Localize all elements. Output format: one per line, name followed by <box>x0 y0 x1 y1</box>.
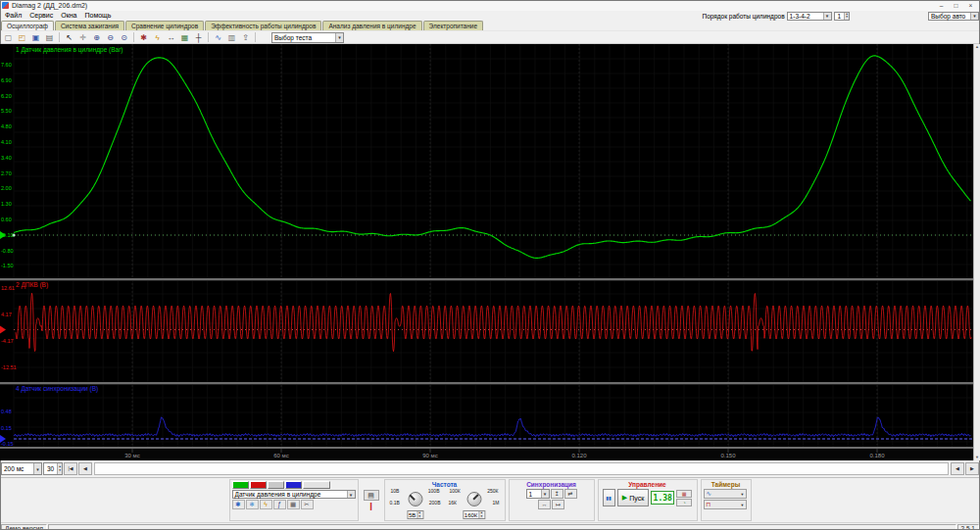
spinner-buttons[interactable]: ▴ ▾ <box>416 511 421 518</box>
time-label: 60 мс <box>273 453 288 458</box>
sample-rate-knob[interactable]: 100К 250К 16К 1М 160К ▴ ▾ <box>449 489 500 519</box>
sync-buttons-a: ↥⇄ <box>551 489 577 499</box>
go-prev-button[interactable]: ◀ <box>78 462 92 475</box>
export-icon[interactable]: ⇪ <box>239 31 252 43</box>
oscilloscope-area[interactable]: 30 мс60 мс90 мс0.1200.1500.1801 Датчик д… <box>0 44 980 460</box>
spinner-down-icon[interactable]: ▾ <box>845 16 849 20</box>
sample-rate-value[interactable]: 160К ▴ ▾ <box>463 510 485 519</box>
snowflake-icon[interactable]: ❄ <box>246 500 259 509</box>
save-icon[interactable]: ▣ <box>29 31 42 43</box>
spinner-down-icon[interactable]: ▾ <box>480 515 482 519</box>
cylinder-number-spinner[interactable]: 1 ▴ ▾ <box>834 12 850 21</box>
tab-pressure-analysis[interactable]: Анализ давления в цилиндре <box>322 21 421 30</box>
firing-order-select[interactable]: 1-3-4-2 ▾ <box>787 12 832 21</box>
spinner-down-icon[interactable]: ▾ <box>58 469 62 473</box>
zoom-in-icon[interactable]: ⊕ <box>90 31 103 43</box>
printer-icon[interactable]: ▤ <box>364 490 379 501</box>
spark-icon[interactable]: ϟ <box>260 500 272 509</box>
tab-cylinder-compare[interactable]: Сравнение цилиндров <box>125 21 204 30</box>
print-icon[interactable]: ▤ <box>43 31 56 43</box>
start-button[interactable]: ▶ Пуск <box>617 489 649 506</box>
sync-swap-button[interactable]: ⇄ <box>564 489 577 499</box>
channel-extra-button[interactable] <box>303 481 330 489</box>
cursor-icon[interactable]: ↖ <box>63 31 75 43</box>
firing-order-value: 1-3-4-2 <box>790 13 810 20</box>
channel-button-ch2[interactable] <box>250 481 267 489</box>
test-select[interactable]: Выбор теста ▾ <box>271 32 344 43</box>
horizontal-scrollbar-track[interactable] <box>94 462 949 475</box>
channel-button-ch3[interactable] <box>268 481 284 489</box>
voltage-range-knob[interactable]: 10В 100В 0.1В 200В 5В ▴ ▾ <box>390 489 441 519</box>
channel-title-ch1: 1 Датчик давления в цилиндре (Bar) <box>16 46 123 54</box>
channel-button-ch4[interactable] <box>285 481 302 489</box>
scope-vertical-scrollbar[interactable]: ▲ ▼ <box>973 44 980 460</box>
window-controls: – □ × <box>934 1 978 11</box>
output-section: ▤ ❙ <box>362 479 381 521</box>
probe-icon[interactable]: ✱ <box>232 500 245 509</box>
car-select-button[interactable]: Выбор авто ▾ <box>928 12 979 21</box>
wave-view-icon[interactable]: ∿ <box>212 31 224 43</box>
ruler-icon[interactable]: ↔ <box>165 31 177 43</box>
pan-hand-icon[interactable]: ✛ <box>76 31 89 43</box>
scroll-down-icon[interactable]: ▼ <box>975 455 979 460</box>
menu-file[interactable]: Файл <box>1 11 25 21</box>
timer-clock-button[interactable]: ◔ <box>676 499 692 506</box>
spinner-buttons[interactable]: ▴ ▾ <box>844 13 849 20</box>
tab-cylinder-efficiency[interactable]: Эффективность работы цилиндров <box>205 21 321 30</box>
timebase-select[interactable]: 200 мс ▾ <box>1 462 42 475</box>
spark-icon[interactable]: ϟ <box>151 31 164 43</box>
tab-ignition-system[interactable]: Система зажигания <box>55 21 124 30</box>
tab-oscilloscope[interactable]: Осциллограф <box>1 21 54 30</box>
record-grid-button[interactable]: ▦ <box>676 490 692 498</box>
voltage-range-value[interactable]: 5В ▴ ▾ <box>407 510 423 519</box>
open-folder-icon[interactable]: ◰ <box>16 31 28 43</box>
timers-section: Таймеры ∿▾⊓▾ <box>701 479 752 521</box>
channel-button-ch1[interactable] <box>232 481 249 489</box>
menubar: ФайлСервисОкнаПомощь Порядок работы цили… <box>0 11 980 21</box>
oscilloscope-display[interactable]: 30 мс60 мс90 мс0.1200.1500.1801 Датчик д… <box>0 44 980 460</box>
go-first-button[interactable]: |◀ <box>64 462 77 475</box>
minimize-button[interactable]: – <box>934 1 949 11</box>
pause-button[interactable]: ▮▮ <box>603 489 615 506</box>
sync-shift-button[interactable]: ↦ <box>552 500 564 509</box>
titlebar: Diamag 2 (ДД_206.dm2) – □ × <box>0 0 980 11</box>
grid-icon[interactable]: ▦ <box>178 31 191 43</box>
axis-label-ch1: 1.30 <box>1 201 12 207</box>
zoom-fit-icon[interactable]: ⊙ <box>118 31 130 43</box>
close-button[interactable]: × <box>963 1 978 11</box>
spinner-down-icon[interactable]: ▾ <box>418 515 420 519</box>
tab-power-supply[interactable]: Электропитание <box>423 21 484 30</box>
sync-section: Синхронизация 1 ▾ ↥⇄ ↔↦ <box>509 479 595 521</box>
timer-2-button[interactable]: ⊓▾ <box>704 500 747 509</box>
table-icon[interactable]: ▦ <box>287 500 300 509</box>
cut-icon[interactable]: ✂ <box>301 500 314 509</box>
new-file-icon[interactable]: ▢ <box>2 31 15 43</box>
menu-service[interactable]: Сервис <box>25 11 57 21</box>
spinner-buttons[interactable]: ▴ ▾ <box>478 511 483 518</box>
sample-rate-knob-dial[interactable] <box>466 492 481 506</box>
channel-toggle-group <box>232 481 356 489</box>
knob-scale-label: 1М <box>493 501 500 506</box>
maximize-button[interactable]: □ <box>949 1 963 11</box>
zoom-out-icon[interactable]: ⊖ <box>104 31 117 43</box>
marker-icon[interactable]: ✱ <box>137 31 150 43</box>
menu-help[interactable]: Помощь <box>80 11 115 21</box>
voltage-knob-dial[interactable] <box>408 492 422 506</box>
scroll-right-button[interactable]: ▶ <box>965 462 979 475</box>
scroll-up-icon[interactable]: ▲ <box>975 44 979 50</box>
dual-view-icon[interactable]: ▥ <box>225 31 238 43</box>
position-spinner[interactable]: 30 ▴ ▾ <box>43 462 63 475</box>
app-window: Diamag 2 (ДД_206.dm2) – □ × ФайлСервисОк… <box>0 0 980 530</box>
sync-source-select[interactable]: 1 ▾ <box>526 489 550 499</box>
function-icon[interactable]: ƒ <box>273 500 286 509</box>
crosshair-icon[interactable]: ┼ <box>192 31 205 43</box>
scroll-left-button[interactable]: ◀ <box>951 462 964 475</box>
signal-select[interactable]: Датчик давления в цилиндре ▾ <box>232 490 356 499</box>
sync-edge-button[interactable]: ↥ <box>551 489 564 499</box>
timer-1-button[interactable]: ∿▾ <box>704 489 747 499</box>
menu-windows[interactable]: Окна <box>57 11 80 21</box>
sync-span-button[interactable]: ↔ <box>538 500 551 509</box>
axis-label-ch4: 0.15 <box>1 425 12 431</box>
toolbar-icons: ▢◰▣▤↖✛⊕⊖⊙✱ϟ↔▦┼∿▥⇪ <box>2 31 258 43</box>
spinner-buttons[interactable]: ▴ ▾ <box>57 463 62 474</box>
